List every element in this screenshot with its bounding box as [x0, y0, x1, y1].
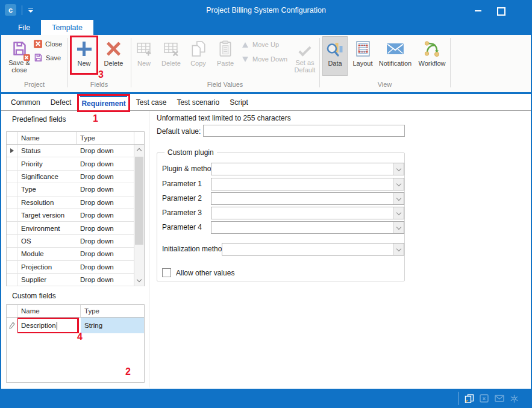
field-name-edit-cell[interactable]: Description: [17, 318, 78, 333]
parameter2-label: Parameter 2: [162, 194, 202, 202]
vertical-scrollbar[interactable]: [134, 145, 144, 286]
dropdown-chevron-icon[interactable]: [393, 178, 404, 190]
column-header-type[interactable]: Type: [77, 132, 134, 144]
custom-fields-table: Name Type Description String: [6, 304, 145, 383]
default-value-input[interactable]: [203, 125, 405, 137]
title-bar: c Project Billing System Configuration: [1, 0, 531, 20]
view-notification-button[interactable]: Notification: [377, 37, 413, 74]
app-window: c Project Billing System Configuration F…: [0, 0, 532, 408]
table-row[interactable]: OS Drop down: [7, 235, 144, 248]
view-data-button[interactable]: Data: [322, 36, 348, 76]
entity-tab-strip: Common Defect Requirement Test case Test…: [1, 94, 531, 111]
group-separator: [450, 38, 451, 87]
tab-file[interactable]: File: [7, 20, 41, 35]
tab-defect[interactable]: Defect: [49, 94, 73, 110]
delete-field-button[interactable]: Delete: [100, 37, 127, 74]
save-and-close-button[interactable]: Save & close: [6, 37, 33, 74]
initialization-method-label: Initialization method: [162, 245, 226, 253]
field-type-caption: Unformatted text limited to 255 characte…: [157, 114, 291, 122]
table-row[interactable]: Target version Drop down: [7, 209, 144, 222]
statusbar-separator: [458, 392, 458, 405]
paste-clipboard-icon: [217, 38, 233, 60]
up-arrow-icon: [242, 42, 248, 48]
template-editor-area: Common Defect Requirement Test case Test…: [1, 94, 531, 389]
tab-requirement[interactable]: Requirement: [80, 94, 127, 110]
parameter3-combo[interactable]: [211, 207, 404, 219]
new-value-button: New: [131, 37, 157, 74]
close-window-button[interactable]: [518, 6, 526, 14]
dropdown-chevron-icon[interactable]: [393, 163, 404, 175]
statusbar-data-view-button[interactable]: [464, 394, 474, 403]
save-floppy-icon: [34, 53, 43, 62]
predefined-fields-table: Name Type Status Drop down Priority Drop…: [6, 131, 145, 286]
close-button[interactable]: Close: [34, 39, 62, 49]
text-cursor: [57, 322, 57, 330]
edit-pencil-icon: [9, 322, 15, 329]
custom-plugin-groupbox: Custom plugin Plugin & method Parameter …: [157, 152, 405, 281]
workflow-snowflake-icon: [510, 394, 519, 403]
tab-template[interactable]: Template: [41, 20, 93, 35]
workflow-diagram-icon: [423, 38, 441, 60]
table-row[interactable]: Environment Drop down: [7, 222, 144, 234]
save-close-floppy-icon: [11, 38, 28, 59]
dropdown-chevron-icon[interactable]: [393, 243, 404, 255]
tab-script[interactable]: Script: [228, 94, 249, 110]
table-row[interactable]: Supplier Drop down: [7, 274, 144, 286]
dropdown-chevron-icon[interactable]: [393, 193, 404, 204]
column-header-name[interactable]: Name: [17, 132, 77, 144]
table-row[interactable]: Resolution Drop down: [7, 196, 144, 209]
parameter1-label: Parameter 1: [162, 180, 202, 188]
parameter1-combo[interactable]: [211, 178, 404, 190]
save-button[interactable]: Save: [34, 52, 61, 63]
envelope-icon: [386, 38, 404, 60]
group-label-view: View: [319, 81, 450, 89]
maximize-button[interactable]: [496, 6, 504, 14]
group-separator: [319, 38, 320, 87]
current-row-marker-icon: [10, 148, 14, 153]
statusbar-notification-button[interactable]: [494, 394, 504, 403]
table-row[interactable]: Type Drop down: [7, 183, 144, 196]
custom-field-row[interactable]: Description String: [7, 318, 144, 333]
dropdown-chevron-icon[interactable]: [393, 207, 404, 219]
dropdown-chevron-icon[interactable]: [393, 222, 404, 233]
allow-other-values-checkbox[interactable]: [162, 268, 171, 277]
group-label-project: Project: [1, 81, 67, 89]
predefined-fields-title: Predefined fields: [12, 115, 66, 124]
scroll-up-button[interactable]: [134, 145, 144, 155]
tab-test-case[interactable]: Test case: [135, 94, 168, 110]
table-new-icon: [136, 38, 152, 60]
table-header-row: Name Type: [7, 132, 144, 145]
statusbar-workflow-button[interactable]: [509, 394, 519, 403]
table-row[interactable]: Priority Drop down: [7, 157, 144, 170]
panel-divider: [149, 111, 149, 388]
parameter4-combo[interactable]: [211, 221, 404, 234]
view-layout-button[interactable]: Layout: [349, 37, 376, 74]
table-row[interactable]: Status Drop down: [7, 145, 144, 157]
field-type-cell[interactable]: String: [81, 318, 144, 333]
scrollbar-thumb[interactable]: [135, 157, 143, 245]
default-value-label: Default value:: [157, 127, 201, 136]
view-workflow-button[interactable]: Workflow: [415, 37, 449, 74]
statusbar-layout-button[interactable]: [479, 394, 489, 403]
column-header-type[interactable]: Type: [81, 305, 144, 317]
initialization-method-combo[interactable]: [222, 243, 404, 256]
custom-fields-title: Custom fields: [12, 292, 56, 300]
column-header-name[interactable]: Name: [17, 305, 81, 317]
parameter2-combo[interactable]: [211, 192, 404, 205]
red-x-badge-icon: [23, 54, 30, 61]
table-row[interactable]: Projection Drop down: [7, 261, 144, 274]
set-as-default-button: Set as Default: [290, 37, 319, 74]
tab-test-scenario[interactable]: Test scenario: [175, 94, 221, 110]
annotation-number-1: 1: [93, 113, 98, 124]
table-row[interactable]: Module Drop down: [7, 248, 144, 260]
ribbon: Save & close Close Save Project New Dele…: [1, 35, 531, 94]
plugin-method-combo[interactable]: [211, 163, 404, 175]
table-row[interactable]: Significance Drop down: [7, 171, 144, 183]
data-magnifier-chart-icon: [326, 38, 344, 60]
scroll-down-button[interactable]: [134, 275, 144, 286]
minimize-button[interactable]: [474, 6, 483, 14]
parameter4-label: Parameter 4: [162, 223, 202, 231]
table-header-row: Name Type: [7, 305, 144, 318]
new-field-button[interactable]: New: [70, 37, 98, 74]
tab-common[interactable]: Common: [10, 94, 42, 110]
